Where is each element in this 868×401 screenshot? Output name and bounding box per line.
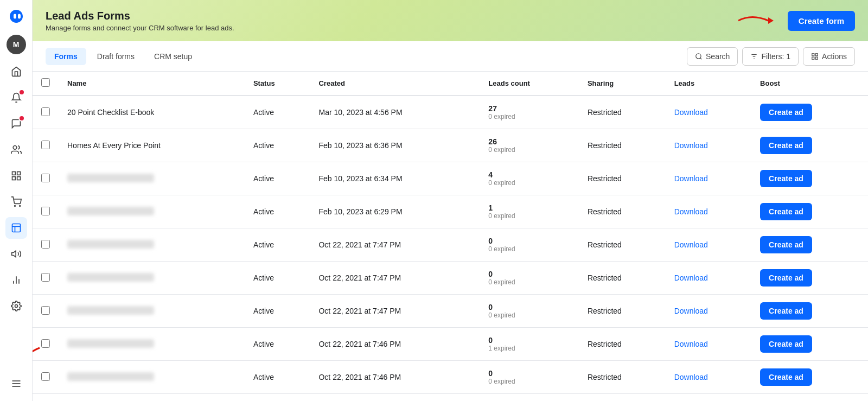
row-boost-cell: Create ad	[751, 129, 868, 162]
row-status: Active	[245, 195, 310, 228]
col-boost: Boost	[751, 72, 868, 96]
row-created: Oct 22, 2021 at 7:46 PM	[310, 361, 480, 394]
row-checkbox[interactable]	[41, 107, 50, 116]
create-ad-button[interactable]: Create ad	[760, 137, 812, 154]
create-ad-button[interactable]: Create ad	[760, 236, 812, 253]
row-boost-cell: Create ad	[751, 361, 868, 394]
header-text: Lead Ads Forms Manage forms and connect …	[46, 10, 234, 32]
row-checkbox-cell	[33, 195, 59, 228]
create-ad-button[interactable]: Create ad	[760, 203, 812, 220]
ads-nav-icon[interactable]	[5, 217, 27, 239]
table-icon-actions	[811, 53, 819, 60]
row-leads-count: 00 expired	[480, 262, 579, 295]
row-checkbox-cell	[33, 328, 59, 361]
col-status: Status	[245, 72, 310, 96]
analytics-nav-icon[interactable]	[5, 269, 27, 291]
create-ad-button[interactable]: Create ad	[760, 302, 812, 320]
row-leads-count: 01 expired	[480, 328, 579, 361]
row-sharing: Restricted	[579, 96, 666, 129]
row-download-cell: Download	[666, 129, 751, 162]
svg-marker-16	[768, 17, 774, 24]
svg-rect-25	[812, 57, 814, 59]
home-nav-icon[interactable]	[5, 61, 27, 82]
create-ad-button[interactable]: Create ad	[760, 335, 812, 353]
contacts-nav-icon[interactable]	[5, 139, 27, 161]
filters-button[interactable]: Filters: 1	[742, 47, 799, 66]
row-name	[59, 328, 245, 361]
svg-point-0	[13, 146, 17, 150]
select-all-header	[33, 72, 59, 96]
row-boost-cell: Create ad	[751, 96, 868, 129]
page-title: Lead Ads Forms	[46, 10, 234, 22]
select-all-checkbox[interactable]	[41, 78, 50, 87]
create-ad-button[interactable]: Create ad	[760, 170, 812, 187]
menu-nav-icon[interactable]	[5, 373, 27, 394]
table-row: ActiveFeb 10, 2023 at 6:34 PM40 expiredR…	[33, 162, 868, 195]
table-row: ActiveOct 22, 2021 at 7:46 PM01 expiredR…	[33, 328, 868, 361]
download-button[interactable]: Download	[674, 139, 708, 152]
actions-button[interactable]: Actions	[803, 47, 855, 66]
meta-logo[interactable]	[7, 7, 26, 26]
tab-draft-forms[interactable]: Draft forms	[88, 48, 143, 65]
row-checkbox[interactable]	[41, 174, 50, 182]
row-created: Feb 10, 2023 at 6:29 PM	[310, 195, 480, 228]
row-created: Feb 10, 2023 at 6:34 PM	[310, 162, 480, 195]
row-checkbox[interactable]	[41, 306, 50, 315]
svg-rect-1	[12, 172, 15, 175]
download-button[interactable]: Download	[674, 205, 708, 218]
row-download-cell: Download	[666, 162, 751, 195]
row-status: Active	[245, 129, 310, 162]
download-button[interactable]: Download	[674, 106, 708, 119]
row-sharing: Restricted	[579, 361, 666, 394]
download-button[interactable]: Download	[674, 338, 708, 351]
svg-rect-23	[815, 53, 818, 55]
shop-nav-icon[interactable]	[5, 191, 27, 213]
tab-forms[interactable]: Forms	[46, 48, 86, 65]
row-status: Active	[245, 295, 310, 328]
create-ad-button[interactable]: Create ad	[760, 104, 812, 121]
create-form-button[interactable]: Create form	[788, 11, 855, 31]
tab-crm-setup[interactable]: CRM setup	[145, 48, 201, 65]
download-button[interactable]: Download	[674, 371, 708, 384]
row-checkbox[interactable]	[41, 141, 50, 149]
settings-nav-icon[interactable]	[5, 295, 27, 317]
svg-rect-24	[815, 57, 818, 59]
download-button[interactable]: Download	[674, 172, 708, 185]
row-leads-count: 00 expired	[480, 228, 579, 262]
svg-point-6	[19, 206, 20, 207]
pages-nav-icon[interactable]	[5, 165, 27, 187]
row-checkbox-cell	[33, 228, 59, 262]
notifications-nav-icon[interactable]	[5, 87, 27, 109]
create-ad-button[interactable]: Create ad	[760, 368, 812, 386]
messages-nav-icon[interactable]	[5, 113, 27, 135]
row-status: Active	[245, 361, 310, 394]
avatar[interactable]: M	[7, 35, 26, 54]
row-checkbox[interactable]	[41, 339, 50, 348]
row-checkbox[interactable]	[41, 273, 50, 282]
campaigns-nav-icon[interactable]	[5, 243, 27, 265]
forms-table-container: Name Status Created Leads count Sharing …	[33, 72, 868, 401]
row-checkbox[interactable]	[41, 372, 50, 381]
row-leads-count: 10 expired	[480, 195, 579, 228]
row-status: Active	[245, 262, 310, 295]
row-sharing: Restricted	[579, 228, 666, 262]
svg-rect-7	[12, 224, 20, 232]
row-checkbox[interactable]	[41, 240, 50, 249]
arrow-annotation-right	[736, 11, 779, 30]
row-sharing: Restricted	[579, 262, 666, 295]
row-checkbox[interactable]	[41, 207, 50, 215]
row-sharing: Restricted	[579, 195, 666, 228]
tab-bar: Forms Draft forms CRM setup Search Filte…	[33, 41, 868, 72]
create-ad-button[interactable]: Create ad	[760, 269, 812, 287]
search-button[interactable]: Search	[687, 47, 738, 66]
header-banner: Lead Ads Forms Manage forms and connect …	[33, 0, 868, 41]
download-button[interactable]: Download	[674, 304, 708, 317]
row-leads-count: 260 expired	[480, 129, 579, 162]
download-button[interactable]: Download	[674, 238, 708, 251]
tab-actions: Search Filters: 1 Actions	[687, 47, 855, 66]
download-button[interactable]: Download	[674, 271, 708, 284]
row-checkbox-cell	[33, 96, 59, 129]
row-created: Feb 10, 2023 at 6:36 PM	[310, 129, 480, 162]
page-subtitle: Manage forms and connect your CRM softwa…	[46, 24, 234, 32]
search-label: Search	[706, 52, 730, 61]
